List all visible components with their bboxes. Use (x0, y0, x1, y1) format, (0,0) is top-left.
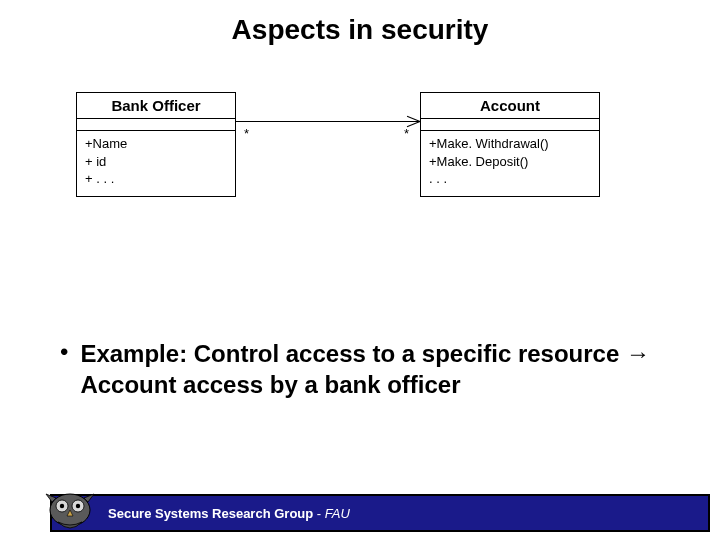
bullet-list: • Example: Control access to a specific … (60, 338, 660, 400)
multiplicity-right: * (404, 126, 409, 141)
uml-ops: +Name + id + . . . (77, 131, 235, 196)
footer-org: FAU (325, 506, 350, 521)
uml-attrs-empty (421, 119, 599, 131)
uml-attrs-empty (77, 119, 235, 131)
uml-diagram: Bank Officer +Name + id + . . . Account … (0, 74, 720, 284)
slide-title: Aspects in security (0, 14, 720, 46)
svg-point-3 (60, 504, 64, 508)
uml-class-bank-officer: Bank Officer +Name + id + . . . (76, 92, 236, 197)
bullet-marker-icon: • (60, 338, 68, 366)
bullet-text-post: Account access by a bank officer (80, 371, 460, 398)
bullet-item: • Example: Control access to a specific … (60, 338, 660, 400)
arrow-icon: → (626, 340, 650, 367)
association-line (236, 121, 420, 122)
uml-class-name: Account (421, 93, 599, 119)
uml-class-account: Account +Make. Withdrawal() +Make. Depos… (420, 92, 600, 197)
multiplicity-left: * (244, 126, 249, 141)
owl-logo-icon (42, 488, 98, 538)
footer-sep: - (313, 506, 325, 521)
uml-class-name: Bank Officer (77, 93, 235, 119)
bullet-text-pre: Example: Control access to a specific re… (80, 340, 626, 367)
footer-bar: Secure Systems Research Group - FAU (50, 494, 710, 532)
svg-point-4 (76, 504, 80, 508)
bullet-text: Example: Control access to a specific re… (80, 338, 660, 400)
uml-ops: +Make. Withdrawal() +Make. Deposit() . .… (421, 131, 599, 196)
footer-text: Secure Systems Research Group - FAU (108, 506, 350, 521)
footer-group: Secure Systems Research Group (108, 506, 313, 521)
